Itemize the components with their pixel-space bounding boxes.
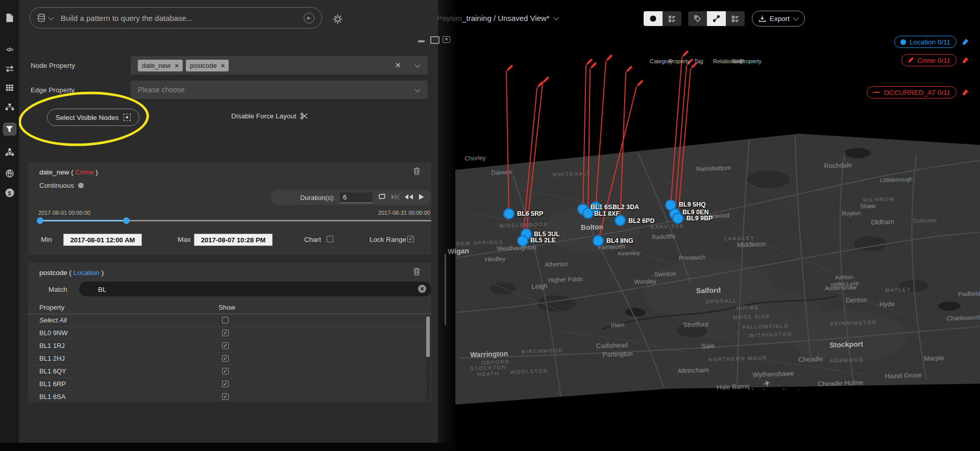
match-field[interactable]: ✕	[79, 282, 431, 296]
paintbrush-icon[interactable]	[961, 57, 969, 64]
map-place-label: Warrington	[470, 349, 508, 359]
node-property-field[interactable]: date_new×postcode× ✕	[131, 56, 428, 74]
range-start-label: 2017-08-01 00:00:00	[38, 210, 90, 216]
location-node[interactable]	[503, 208, 514, 219]
chart-checkbox[interactable]	[327, 236, 333, 242]
slider-handle-right[interactable]	[123, 217, 130, 224]
time-slider[interactable]	[39, 220, 431, 221]
category-circle-icon	[650, 15, 656, 22]
maximize-button[interactable]	[430, 36, 439, 44]
table-icon[interactable]	[6, 85, 13, 91]
minimize-button[interactable]	[418, 40, 425, 42]
location-node-label: BL5 2LE	[530, 237, 556, 244]
table-row[interactable]: BL1 6SA✓	[28, 391, 431, 402]
tag-remove-icon[interactable]: ×	[175, 62, 179, 69]
lock-range-checkbox[interactable]: ✓	[407, 236, 414, 242]
toolbar-group: TagRelationshipRelProperty	[688, 11, 745, 26]
file-icon[interactable]	[6, 14, 13, 22]
legend-pill[interactable]: Crime 0/11	[901, 54, 957, 66]
table-row[interactable]: Select All	[28, 314, 431, 327]
play-icon[interactable]	[419, 193, 424, 202]
trash-icon[interactable]	[413, 167, 420, 177]
export-button[interactable]: Export	[752, 11, 805, 27]
panel-scrollbar[interactable]	[445, 254, 446, 325]
map-place-label: LANGLEY	[724, 235, 755, 241]
hierarchy-icon[interactable]	[5, 104, 14, 111]
location-node[interactable]	[517, 235, 528, 246]
map-place-label: Kearsley	[618, 249, 640, 256]
location-node-label: BL9 9BP	[687, 215, 713, 222]
run-query-icon[interactable]: ▶	[304, 13, 314, 23]
row-checkbox[interactable]: ✓	[222, 393, 229, 400]
row-checkbox[interactable]: ✓	[222, 355, 229, 362]
breadcrumb[interactable]: Paysim_training / Unsaved View*	[437, 14, 558, 22]
row-checkbox[interactable]: ✓	[222, 330, 229, 336]
table-scrollbar-thumb[interactable]	[426, 316, 430, 357]
row-label: BL1 1RJ	[39, 342, 65, 349]
property-tag[interactable]: date_new×	[138, 60, 183, 71]
max-datetime-input[interactable]	[194, 234, 273, 246]
toolbar-button-relproperty[interactable]: RelProperty	[726, 11, 745, 26]
legend-label: Crime 0/11	[917, 57, 950, 64]
location-node[interactable]	[593, 235, 604, 246]
loop-icon[interactable]	[378, 193, 386, 202]
property-tag[interactable]: postcode×	[186, 60, 229, 71]
code-icon[interactable]: </>	[6, 46, 13, 53]
continuous-toggle[interactable]: Continuous	[39, 182, 84, 189]
network-graph-icon[interactable]	[5, 148, 14, 156]
chevron-down-icon[interactable]	[553, 14, 559, 20]
paintbrush-icon[interactable]	[961, 89, 969, 96]
map-place-label: Worsley	[634, 278, 656, 285]
download-icon	[759, 15, 766, 22]
toolbar-button-tag[interactable]: Tag	[688, 11, 707, 26]
toolbar-button-relationship[interactable]: Relationship	[707, 11, 726, 26]
row-checkbox[interactable]: ✓	[222, 368, 229, 374]
row-label: Select All	[39, 316, 67, 324]
toolbar-button-category[interactable]: Category	[644, 11, 663, 26]
edge-property-field[interactable]: Please choose	[131, 81, 428, 99]
map-place-label: ORDSALL	[705, 297, 737, 304]
table-row[interactable]: BL1 6QY✓	[28, 365, 431, 378]
table-row[interactable]: BL1 6RP✓	[28, 378, 431, 391]
table-row[interactable]: BL1 1RJ✓	[28, 340, 431, 353]
min-datetime-input[interactable]	[63, 234, 142, 246]
match-input[interactable]	[97, 282, 405, 297]
map-place-label: Westhoughton	[497, 244, 536, 253]
chevron-down-icon[interactable]	[414, 86, 420, 92]
slider-handle-left[interactable]	[37, 217, 43, 224]
select-visible-nodes-button[interactable]: Select Visible Nodes	[47, 109, 139, 126]
clear-field-icon[interactable]: ✕	[395, 61, 401, 70]
toolbar-button-property[interactable]: Property	[663, 11, 681, 26]
table-row[interactable]: BL1 2HJ✓	[28, 353, 431, 365]
legend-label: OCCURRED_AT 0/11	[884, 89, 950, 96]
show-column-header: Show	[218, 304, 235, 311]
map-place-label: Radcliffe	[652, 233, 676, 241]
row-checkbox[interactable]: ✓	[222, 381, 229, 387]
filter-icon[interactable]	[3, 122, 16, 136]
legend-pill[interactable]: OCCURRED_AT 0/11	[867, 86, 957, 98]
paintbrush-icon[interactable]	[961, 38, 969, 46]
location-node[interactable]	[672, 213, 683, 224]
close-button[interactable]: ✕	[443, 36, 450, 43]
query-builder-bar[interactable]: Build a pattern to query the database...…	[30, 7, 322, 29]
disable-force-layout-button[interactable]: Disable Force Layout	[231, 112, 308, 120]
clear-match-icon[interactable]: ✕	[418, 285, 426, 293]
gear-icon[interactable]	[333, 14, 342, 26]
chevron-down-icon[interactable]	[48, 14, 54, 20]
duration-input[interactable]	[340, 192, 373, 203]
trash-icon[interactable]	[413, 268, 420, 278]
swap-arrows-icon[interactable]	[5, 66, 14, 72]
tag-remove-icon[interactable]: ×	[221, 62, 225, 69]
dollar-icon[interactable]: $	[5, 189, 14, 197]
rewind-icon[interactable]	[404, 193, 413, 202]
row-checkbox[interactable]: ✓	[222, 342, 229, 349]
row-checkbox[interactable]	[222, 317, 229, 323]
chevron-down-icon[interactable]	[414, 62, 420, 67]
globe-icon[interactable]	[6, 169, 14, 178]
step-forward-icon[interactable]	[391, 193, 399, 202]
legend-pill[interactable]: Location 0/11	[894, 36, 957, 48]
location-node-label: BL6 5RP	[517, 210, 543, 217]
chevron-down-icon[interactable]	[793, 15, 798, 20]
table-scrollbar[interactable]	[426, 314, 430, 400]
table-row[interactable]: BL0 9NW✓	[28, 327, 431, 340]
